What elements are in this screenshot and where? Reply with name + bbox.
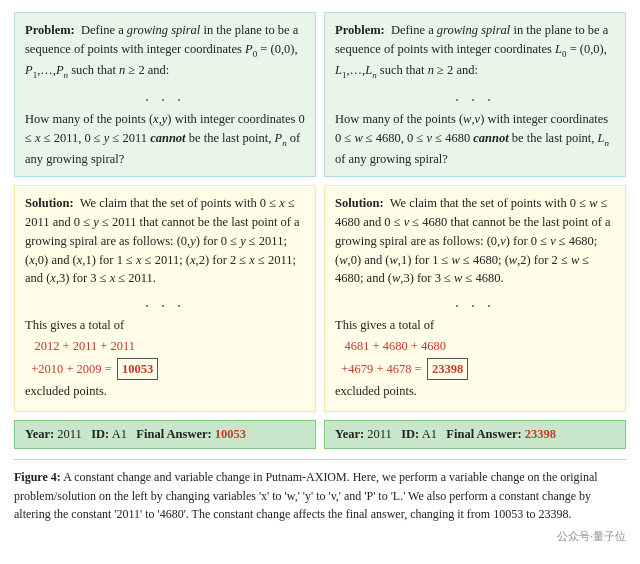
figure-label: Figure 4: [14, 470, 61, 484]
right-solution-dots: . . . [335, 290, 615, 314]
right-year-label: Year: [335, 427, 364, 441]
right-solution-label: Solution: [335, 196, 384, 210]
bottom-grid: Solution: We claim that the set of point… [14, 185, 626, 412]
left-excluded: excluded points. [25, 382, 305, 401]
left-solution-dots: . . . [25, 290, 305, 314]
left-id-label: ID: [91, 427, 109, 441]
right-problem-box: Problem: Define a growing spiral in the … [324, 12, 626, 177]
right-final-value: 23398 [525, 427, 556, 441]
right-final-label: Final Answer: [446, 427, 521, 441]
right-cannot-1: cannot [473, 131, 508, 145]
left-problem-label: Problem: [25, 23, 75, 37]
left-problem-dots: . . . [25, 84, 305, 108]
left-calc-line1: 2012 + 2011 + 2011 [25, 337, 305, 356]
right-calc-line1: 4681 + 4680 + 4680 [335, 337, 615, 356]
right-id-label: ID: [401, 427, 419, 441]
left-final-label: Final Answer: [136, 427, 211, 441]
main-container: Problem: Define a growing spiral in the … [0, 0, 640, 557]
caption-box: Figure 4: A constant change and variable… [14, 459, 626, 545]
left-problem-box: Problem: Define a growing spiral in the … [14, 12, 316, 177]
right-answer-bar: Year: 2011 ID: A1 Final Answer: 23398 [324, 420, 626, 449]
left-solution-box: Solution: We claim that the set of point… [14, 185, 316, 412]
left-growing-spiral-1: growing spiral [127, 23, 201, 37]
right-growing-spiral-1: growing spiral [437, 23, 511, 37]
left-final-value: 10053 [215, 427, 246, 441]
right-calc-line2: +4679 + 4678 = 23398 [335, 358, 615, 381]
right-answer-inline: 23398 [427, 358, 468, 381]
left-calc-line2: +2010 + 2009 = 10053 [25, 358, 305, 381]
right-total-text: This gives a total of [335, 316, 615, 335]
right-solution-box: Solution: We claim that the set of point… [324, 185, 626, 412]
left-answer-bar: Year: 2011 ID: A1 Final Answer: 10053 [14, 420, 316, 449]
left-solution-label: Solution: [25, 196, 74, 210]
answer-bar: Year: 2011 ID: A1 Final Answer: 10053 Ye… [14, 420, 626, 449]
left-answer-inline: 10053 [117, 358, 158, 381]
right-problem-dots: . . . [335, 84, 615, 108]
top-grid: Problem: Define a growing spiral in the … [14, 12, 626, 177]
left-total-text: This gives a total of [25, 316, 305, 335]
left-year-label: Year: [25, 427, 54, 441]
right-excluded: excluded points. [335, 382, 615, 401]
wechat-note: 公众号·量子位 [14, 528, 626, 545]
caption-text: A constant change and variable change in… [14, 470, 598, 521]
right-problem-label: Problem: [335, 23, 385, 37]
left-cannot-1: cannot [150, 131, 185, 145]
